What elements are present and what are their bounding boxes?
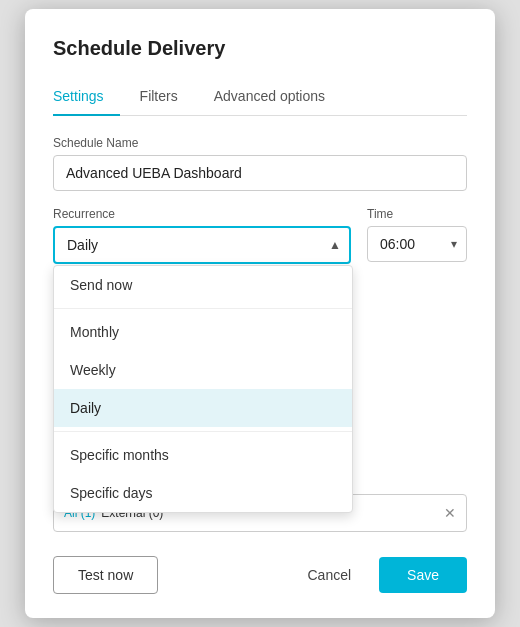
dropdown-item-daily[interactable]: Daily — [54, 389, 352, 427]
modal-title: Schedule Delivery — [53, 37, 467, 60]
dropdown-item-weekly[interactable]: Weekly — [54, 351, 352, 389]
dropdown-item-monthly[interactable]: Monthly — [54, 313, 352, 351]
recurrence-select[interactable]: Daily — [53, 226, 351, 264]
time-label: Time — [367, 207, 467, 221]
tab-filters[interactable]: Filters — [140, 80, 194, 116]
schedule-name-label: Schedule Name — [53, 136, 467, 150]
tab-advanced-options[interactable]: Advanced options — [214, 80, 341, 116]
time-select[interactable]: 06:00 — [367, 226, 467, 262]
recurrence-value: Daily — [67, 237, 98, 253]
time-group: Time 06:00 ▾ — [367, 207, 467, 262]
save-button[interactable]: Save — [379, 557, 467, 593]
recurrence-label: Recurrence — [53, 207, 351, 221]
recurrence-select-wrapper: Daily ▲ — [53, 226, 351, 264]
tab-bar: Settings Filters Advanced options — [53, 80, 467, 116]
dropdown-divider-2 — [54, 431, 352, 432]
bottom-row: Test now Cancel Save — [53, 556, 467, 594]
recurrence-time-row: Recurrence Daily ▲ Send now Monthly Week… — [53, 207, 467, 264]
recurrence-group: Recurrence Daily ▲ Send now Monthly Week… — [53, 207, 351, 264]
test-now-button[interactable]: Test now — [53, 556, 158, 594]
time-select-wrapper: 06:00 ▾ — [367, 226, 467, 262]
cancel-button[interactable]: Cancel — [291, 557, 367, 593]
schedule-delivery-modal: Schedule Delivery Settings Filters Advan… — [25, 9, 495, 618]
tab-settings[interactable]: Settings — [53, 80, 120, 116]
dropdown-item-specific-days[interactable]: Specific days — [54, 474, 352, 512]
dropdown-item-specific-months[interactable]: Specific months — [54, 436, 352, 474]
schedule-name-input[interactable] — [53, 155, 467, 191]
recurrence-dropdown-menu: Send now Monthly Weekly Daily Specific m… — [53, 265, 353, 513]
dropdown-item-send-now[interactable]: Send now — [54, 266, 352, 304]
confirm-buttons: Cancel Save — [291, 557, 467, 593]
schedule-name-group: Schedule Name — [53, 136, 467, 191]
dropdown-divider-1 — [54, 308, 352, 309]
remove-tag-icon[interactable]: ✕ — [444, 505, 456, 521]
